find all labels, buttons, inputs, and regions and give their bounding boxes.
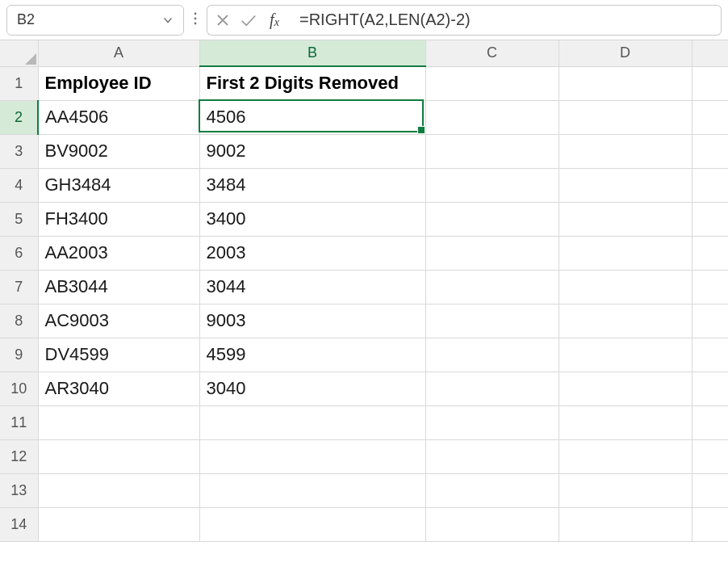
formula-input[interactable]: =RIGHT(A2,LEN(A2)-2) bbox=[290, 5, 722, 36]
cell-partial bbox=[692, 507, 728, 541]
column-header-d[interactable]: D bbox=[559, 40, 692, 66]
cell-A14[interactable] bbox=[38, 507, 199, 541]
enter-icon[interactable] bbox=[236, 7, 261, 33]
cell-A13[interactable] bbox=[38, 473, 199, 507]
cell-content: 3044 bbox=[200, 273, 425, 300]
chevron-down-icon[interactable] bbox=[162, 15, 174, 26]
cell-C2[interactable] bbox=[425, 100, 559, 134]
cell-A7[interactable]: AB3044 bbox=[38, 270, 199, 304]
cell-B4[interactable]: 3484 bbox=[199, 168, 425, 202]
column-header-a[interactable]: A bbox=[38, 40, 199, 66]
row-header-6[interactable]: 6 bbox=[0, 236, 38, 270]
cell-B9[interactable]: 4599 bbox=[199, 338, 425, 372]
cell-C5[interactable] bbox=[425, 202, 559, 236]
cell-A6[interactable]: AA2003 bbox=[38, 236, 199, 270]
cell-content bbox=[559, 487, 692, 494]
cell-C4[interactable] bbox=[425, 168, 559, 202]
cell-content bbox=[426, 385, 559, 392]
cell-B13[interactable] bbox=[199, 473, 425, 507]
svg-point-1 bbox=[195, 18, 197, 20]
select-all-corner[interactable] bbox=[0, 40, 38, 66]
cell-A11[interactable] bbox=[38, 405, 199, 439]
cell-A5[interactable]: FH3400 bbox=[38, 202, 199, 236]
cell-C8[interactable] bbox=[425, 304, 559, 338]
cell-content bbox=[200, 453, 425, 460]
cancel-icon[interactable] bbox=[211, 7, 235, 33]
cell-C14[interactable] bbox=[425, 507, 559, 541]
cell-D10[interactable] bbox=[559, 372, 692, 405]
cell-D7[interactable] bbox=[559, 270, 692, 304]
cell-B6[interactable]: 2003 bbox=[199, 236, 425, 270]
cell-A1[interactable]: Employee ID bbox=[38, 66, 199, 100]
cell-A3[interactable]: BV9002 bbox=[38, 134, 199, 168]
cell-content bbox=[559, 216, 692, 222]
cell-B5[interactable]: 3400 bbox=[199, 202, 425, 236]
row-header-1[interactable]: 1 bbox=[0, 66, 38, 100]
cell-partial bbox=[692, 473, 728, 507]
column-header-c[interactable]: C bbox=[425, 40, 559, 66]
cell-B10[interactable]: 3040 bbox=[199, 372, 425, 405]
cell-A2[interactable]: AA4506 bbox=[38, 100, 199, 134]
row-header-9[interactable]: 9 bbox=[0, 338, 38, 372]
cell-D6[interactable] bbox=[559, 236, 692, 270]
cell-C7[interactable] bbox=[425, 270, 559, 304]
cell-content: AC9003 bbox=[39, 307, 199, 334]
row-header-8[interactable]: 8 bbox=[0, 304, 38, 338]
cell-content bbox=[426, 114, 559, 120]
cell-D1[interactable] bbox=[559, 66, 692, 100]
cell-D14[interactable] bbox=[559, 507, 692, 541]
cell-C10[interactable] bbox=[425, 372, 559, 405]
cell-content bbox=[559, 351, 692, 358]
cell-B7[interactable]: 3044 bbox=[199, 270, 425, 304]
cell-D3[interactable] bbox=[559, 134, 692, 168]
cell-C9[interactable] bbox=[425, 338, 559, 372]
cell-C12[interactable] bbox=[425, 439, 559, 473]
insert-function-icon[interactable]: fx bbox=[262, 7, 287, 33]
cell-partial bbox=[692, 270, 728, 304]
row-header-7[interactable]: 7 bbox=[0, 270, 38, 304]
row-header-2[interactable]: 2 bbox=[0, 100, 38, 134]
cell-content: First 2 Digits Removed bbox=[200, 69, 425, 97]
cell-B12[interactable] bbox=[199, 439, 425, 473]
cell-C13[interactable] bbox=[425, 473, 559, 507]
cell-content bbox=[426, 419, 559, 426]
row-header-12[interactable]: 12 bbox=[0, 439, 38, 473]
cell-A8[interactable]: AC9003 bbox=[38, 304, 199, 338]
cell-B3[interactable]: 9002 bbox=[199, 134, 425, 168]
column-header-b[interactable]: B bbox=[199, 40, 425, 66]
cell-D12[interactable] bbox=[559, 439, 692, 473]
cell-A12[interactable] bbox=[38, 439, 199, 473]
name-box[interactable]: B2 bbox=[6, 5, 184, 36]
row-header-4[interactable]: 4 bbox=[0, 168, 38, 202]
spreadsheet-grid[interactable]: ABCD 1Employee IDFirst 2 Digits Removed2… bbox=[0, 40, 728, 542]
cell-C3[interactable] bbox=[425, 134, 559, 168]
cell-C11[interactable] bbox=[425, 405, 559, 439]
cell-B1[interactable]: First 2 Digits Removed bbox=[199, 66, 425, 100]
row-header-11[interactable]: 11 bbox=[0, 405, 38, 439]
cell-D8[interactable] bbox=[559, 304, 692, 338]
cell-D11[interactable] bbox=[559, 405, 692, 439]
row-header-14[interactable]: 14 bbox=[0, 507, 38, 541]
row-header-13[interactable]: 13 bbox=[0, 473, 38, 507]
cell-D4[interactable] bbox=[559, 168, 692, 202]
cell-C6[interactable] bbox=[425, 236, 559, 270]
cell-B8[interactable]: 9003 bbox=[199, 304, 425, 338]
cell-B14[interactable] bbox=[199, 507, 425, 541]
cell-B11[interactable] bbox=[199, 405, 425, 439]
cell-content bbox=[200, 487, 425, 494]
cell-B2[interactable]: 4506 bbox=[199, 100, 425, 134]
cell-C1[interactable] bbox=[425, 66, 559, 100]
cell-D13[interactable] bbox=[559, 473, 692, 507]
row-header-5[interactable]: 5 bbox=[0, 202, 38, 236]
cell-A4[interactable]: GH3484 bbox=[38, 168, 199, 202]
row-header-10[interactable]: 10 bbox=[0, 372, 38, 405]
cell-content: 2003 bbox=[200, 239, 425, 267]
cell-A10[interactable]: AR3040 bbox=[38, 372, 199, 405]
cell-D9[interactable] bbox=[559, 338, 692, 372]
cell-D2[interactable] bbox=[559, 100, 692, 134]
row-header-3[interactable]: 3 bbox=[0, 134, 38, 168]
cell-content bbox=[39, 521, 199, 527]
cell-A9[interactable]: DV4599 bbox=[38, 338, 199, 372]
cell-content bbox=[200, 521, 425, 527]
cell-D5[interactable] bbox=[559, 202, 692, 236]
